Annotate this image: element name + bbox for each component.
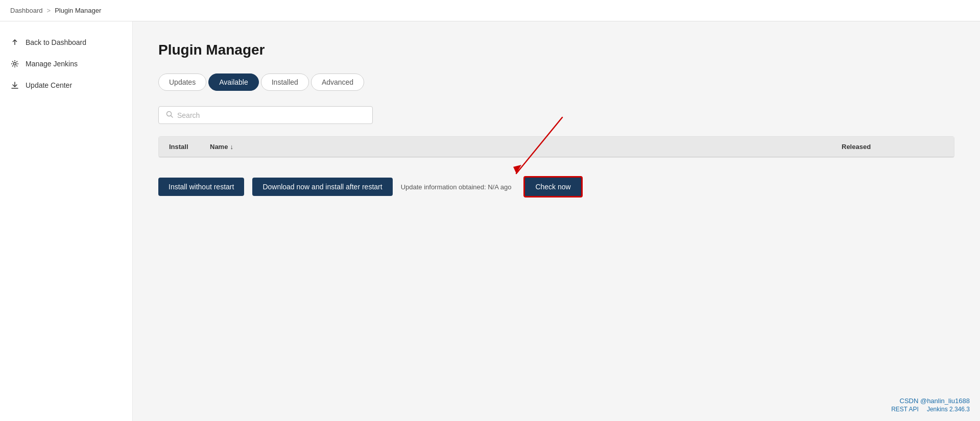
col-released-header: Released	[842, 143, 944, 151]
sidebar-item-manage-jenkins[interactable]: Manage Jenkins	[0, 53, 132, 75]
tab-updates[interactable]: Updates	[158, 73, 206, 91]
tab-available[interactable]: Available	[208, 73, 259, 91]
sidebar-label-update-center: Update Center	[26, 81, 72, 89]
footer-watermark: CSDN @hanlin_liu1688	[891, 397, 970, 405]
table-header: Install Name ↓ Released	[159, 137, 954, 157]
search-wrapper	[158, 106, 373, 124]
search-container	[158, 106, 954, 124]
breadcrumb-current: Plugin Manager	[55, 7, 101, 14]
tab-installed[interactable]: Installed	[261, 73, 309, 91]
svg-marker-7	[513, 165, 521, 174]
tab-advanced[interactable]: Advanced	[311, 73, 364, 91]
breadcrumb-bar: Dashboard > Plugin Manager	[0, 0, 980, 21]
jenkins-version: Jenkins 2.346.3	[927, 406, 970, 413]
footer: CSDN @hanlin_liu1688 REST API Jenkins 2.…	[891, 397, 970, 413]
svg-point-1	[14, 63, 16, 65]
svg-line-5	[171, 116, 173, 118]
col-install-header: Install	[169, 143, 210, 151]
update-info-text: Update information obtained: N/A ago	[401, 183, 512, 191]
breadcrumb-dashboard[interactable]: Dashboard	[10, 7, 43, 14]
check-now-wrapper: Check now	[523, 176, 582, 197]
gear-icon	[10, 59, 19, 68]
action-bar: Install without restart Download now and…	[158, 168, 954, 206]
search-icon	[166, 111, 173, 119]
arrow-up-icon	[10, 38, 19, 47]
sidebar-label-manage-jenkins: Manage Jenkins	[26, 60, 78, 68]
download-icon	[10, 81, 19, 90]
col-name-header[interactable]: Name ↓	[210, 143, 842, 151]
sidebar-item-update-center[interactable]: Update Center	[0, 75, 132, 96]
main-layout: Back to Dashboard Manage Jenkins Update …	[0, 21, 980, 421]
check-now-button[interactable]: Check now	[523, 176, 582, 197]
plugins-table: Install Name ↓ Released	[158, 136, 954, 158]
sidebar: Back to Dashboard Manage Jenkins Update …	[0, 21, 133, 421]
install-without-restart-button[interactable]: Install without restart	[158, 178, 244, 196]
download-after-restart-button[interactable]: Download now and install after restart	[252, 178, 392, 196]
page-title: Plugin Manager	[158, 42, 954, 58]
footer-links: REST API Jenkins 2.346.3	[891, 406, 970, 413]
tabs-container: Updates Available Installed Advanced	[158, 73, 954, 91]
breadcrumb-separator: >	[47, 7, 51, 14]
search-input[interactable]	[177, 111, 365, 119]
sidebar-item-back-dashboard[interactable]: Back to Dashboard	[0, 32, 132, 53]
main-content: Plugin Manager Updates Available Install…	[133, 21, 980, 421]
sidebar-label-back-dashboard: Back to Dashboard	[26, 38, 86, 46]
sort-icon: ↓	[230, 143, 233, 151]
rest-api-link[interactable]: REST API	[891, 406, 919, 413]
